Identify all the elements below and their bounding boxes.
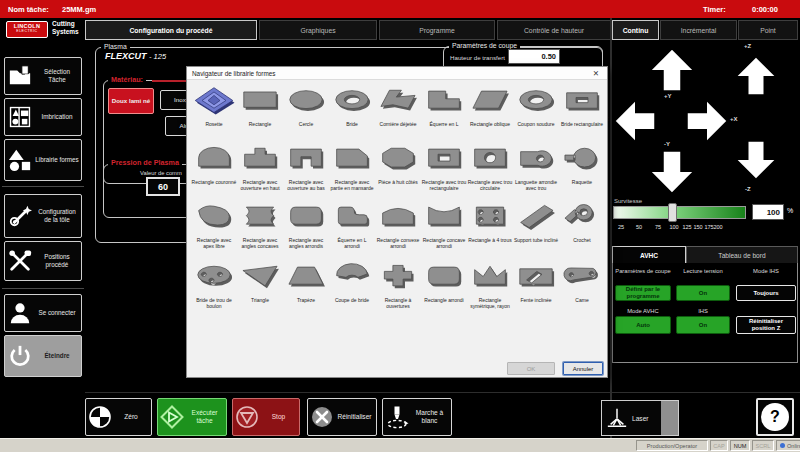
shape-item[interactable]: Rectangle avec ouverture au bas	[283, 141, 329, 199]
avhc-button-auto[interactable]: Auto	[615, 316, 671, 334]
shape-item-label: Coupe de bride	[335, 297, 369, 303]
shape-item[interactable]: Rectangle arrondi	[421, 259, 467, 333]
sidebar-item-selection-tache[interactable]: Sélection Tâche	[4, 57, 82, 95]
sidebar-item-label: Imbrication	[35, 113, 81, 121]
avhc-button-on[interactable]: On	[676, 316, 730, 334]
dialog-title: Navigateur de librairie formes	[187, 67, 607, 80]
shape-item[interactable]: Rectangle concave arrondi	[421, 199, 467, 259]
laser-button[interactable]: Laser	[601, 400, 679, 436]
shape-item[interactable]: Bride rectangulaire	[559, 83, 605, 141]
shape-item[interactable]: Bride de trou de boulon	[191, 259, 237, 333]
ring-shape-icon	[331, 86, 373, 119]
jog-tab-incr-mental[interactable]: Incrémental	[660, 20, 737, 40]
jog-tab-continu[interactable]: Continu	[612, 20, 659, 40]
shape-item[interactable]: Rectangle	[237, 83, 283, 141]
shape-item[interactable]: Rectangle symétrique, rayon	[467, 259, 513, 333]
help-button[interactable]: ?	[756, 398, 794, 436]
shape-item[interactable]: Cornière déjetée	[375, 83, 421, 141]
marche-a-blanc-button[interactable]: Marche à blanc	[382, 398, 452, 436]
stop-button[interactable]: Stop	[232, 398, 300, 436]
jog-z-plus-button[interactable]	[736, 54, 776, 98]
ok-button[interactable]: OK	[507, 362, 555, 375]
sidebar-item-configuration-tole[interactable]: Configuration de la tôle	[4, 194, 82, 238]
shape-item[interactable]: Rectangle avec trou rectangulaire	[421, 141, 467, 199]
shape-item[interactable]: Rectangle à 4 trous	[467, 199, 513, 259]
shape-item[interactable]: Triangle	[237, 259, 283, 333]
logo-brand-bottom: ELECTRIC	[7, 30, 47, 34]
shape-item[interactable]: Rectangle oblique	[467, 83, 513, 141]
shape-item[interactable]: Rectangle convexe arrondi	[375, 199, 421, 259]
shape-item[interactable]: Cercle	[283, 83, 329, 141]
dryrun-icon	[383, 405, 411, 429]
sidebar-item-eteindre[interactable]: Éteindre	[4, 335, 82, 377]
shape-item-label: Languette arrondie avec trou	[514, 179, 559, 191]
plasma-pressure-input[interactable]: 60	[146, 177, 180, 196]
tab-programme[interactable]: Programme	[379, 20, 495, 40]
shape-item-label: Équerre en L arrondi	[330, 237, 375, 249]
shape-item[interactable]: Languette arrondie avec trou	[513, 141, 559, 199]
close-icon[interactable]: ✕	[589, 67, 603, 80]
shape-item[interactable]: Trapèze	[283, 259, 329, 333]
bottom-button-label: Stop	[261, 413, 299, 421]
shape-item[interactable]: Coupe de bride	[329, 259, 375, 333]
shape-item[interactable]: Crochet	[559, 199, 605, 259]
jog-y-minus-button[interactable]	[650, 150, 694, 194]
shape-item[interactable]: Rectangle couronné	[191, 141, 237, 199]
shape-item-label: Rectangle convexe arrondi	[376, 237, 421, 249]
online-status-icon	[780, 443, 785, 448]
shape-item[interactable]: Came	[559, 259, 605, 333]
override-value-input[interactable]: 100	[752, 204, 784, 220]
avhc-button-toujours[interactable]: Toujours	[736, 285, 796, 301]
plasma-group-label: Plasma	[101, 43, 130, 50]
executer-tache-button[interactable]: Exécuter tâche	[157, 398, 227, 436]
jog-z-minus-button[interactable]	[736, 138, 776, 182]
shape-item-label: Bride	[346, 121, 358, 127]
shape-item[interactable]: Raquette	[559, 141, 605, 199]
avhc-button-on[interactable]: On	[676, 285, 730, 301]
shape-item[interactable]: Rectangle avec apex libre	[191, 199, 237, 259]
title-bar: Nom tâche: 25MM.gm Timer: 0:00:00	[0, 0, 800, 18]
sidebar-item-positions-procede[interactable]: Positions procédé	[4, 241, 82, 281]
tab-configuration-du-proc-d-[interactable]: Configuration du procédé	[85, 20, 257, 40]
sidebar-item-se-connecter[interactable]: Se connecter	[4, 294, 82, 332]
shape-item[interactable]: Rectangle avec partie en mansarde	[329, 141, 375, 199]
reinitialiser-button[interactable]: Réinitialiser	[307, 398, 377, 436]
override-slider-track[interactable]	[613, 206, 746, 219]
shape-item[interactable]: Rectangle avec angles arrondis	[283, 199, 329, 259]
zero-button[interactable]: Zéro	[85, 398, 152, 436]
roundBox-shape-icon	[423, 262, 465, 295]
shape-item[interactable]: Fente inclinée	[513, 259, 559, 333]
transfer-height-input[interactable]: 0.50	[508, 49, 560, 64]
material-button-doux-lamine[interactable]: Doux lami né	[108, 88, 154, 114]
shape-item[interactable]: Pièce à huit côtés	[375, 141, 421, 199]
override-slider-thumb[interactable]	[668, 203, 677, 222]
shape-item[interactable]: Coupon soudure	[513, 83, 559, 141]
laser-button-label: Laser	[632, 415, 649, 422]
shape-item[interactable]: Rosette	[191, 83, 237, 141]
shape-item-label: Cercle	[299, 121, 313, 127]
jog-x-plus-button[interactable]	[686, 100, 728, 142]
shape-item[interactable]: Rectangle avec ouverture en haut	[237, 141, 283, 199]
model-suffix: - 125	[149, 52, 166, 61]
avhc-tab-tableau-de-bord[interactable]: Tableau de bord	[686, 246, 798, 264]
shape-item[interactable]: Rectangle à ouvertures	[375, 259, 421, 333]
shape-item[interactable]: Bride	[329, 83, 375, 141]
shape-item[interactable]: Équerre en L arrondi	[329, 199, 375, 259]
avhc-tab-avhc[interactable]: AVHC	[612, 246, 686, 264]
avhc-button-d-fini-par-le-programme[interactable]: Défini par le programme	[615, 285, 671, 301]
jog-tab-point[interactable]: Point	[738, 20, 798, 40]
tab-graphiques[interactable]: Graphiques	[259, 20, 377, 40]
tab-contr-le-de-hauteur[interactable]: Contrôle de hauteur	[497, 20, 611, 40]
cancel-button[interactable]: Annuler	[563, 362, 603, 375]
sidebar-item-librairie-formes[interactable]: Librairie formes	[4, 139, 82, 181]
shape-item[interactable]: Rectangle avec angles concaves	[237, 199, 283, 259]
avhc-button-r-initialiser-position-z[interactable]: Réinitialiser position Z	[736, 316, 796, 334]
sidebar-item-imbrication[interactable]: Imbrication	[4, 98, 82, 136]
folder-icon	[5, 64, 35, 88]
shape-item[interactable]: Rectangle avec trou circulaire	[467, 141, 513, 199]
shape-item-label: Rectangle couronné	[192, 179, 237, 185]
jog-x-minus-button[interactable]	[614, 100, 656, 142]
shape-item[interactable]: Support tube incliné	[513, 199, 559, 259]
jog-y-plus-button[interactable]	[650, 48, 694, 92]
shape-item[interactable]: Équerre en L	[421, 83, 467, 141]
